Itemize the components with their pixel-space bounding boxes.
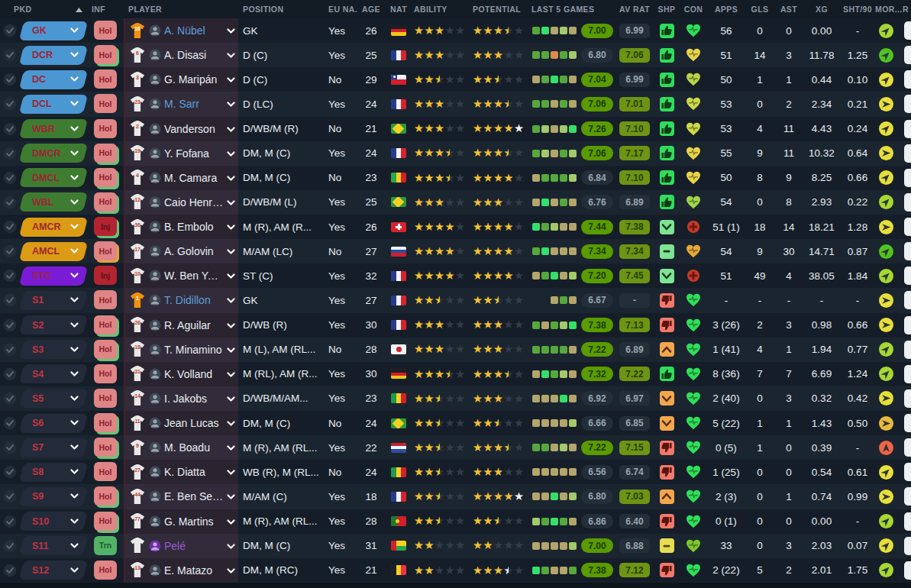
clipped-action-button[interactable] [904, 341, 911, 359]
check-icon[interactable] [3, 73, 17, 86]
player-name[interactable]: A. Disasi [164, 49, 224, 61]
clipped-action-button[interactable] [904, 120, 911, 138]
chevron-down-icon[interactable] [227, 176, 235, 182]
inf-badge[interactable]: Hol [94, 438, 118, 457]
header-average-rating[interactable]: AV RAT [615, 0, 654, 18]
clipped-action-button[interactable] [904, 95, 911, 113]
pkd-badge[interactable]: DC [21, 70, 86, 89]
player-name[interactable]: A. Nübel [164, 24, 224, 37]
check-icon[interactable] [3, 441, 17, 454]
player-dropdown-chevron[interactable] [227, 269, 235, 283]
pkd-badge[interactable]: S4 [21, 364, 86, 383]
check-icon[interactable] [3, 489, 17, 503]
check-icon[interactable] [3, 244, 17, 258]
inf-badge[interactable]: Hol [94, 290, 118, 310]
chevron-down-icon[interactable] [227, 470, 235, 476]
chevron-down-icon[interactable] [227, 445, 235, 451]
player-dropdown-chevron[interactable] [227, 515, 235, 528]
chevron-down-icon[interactable] [70, 199, 79, 205]
player-name[interactable]: K. Diatta [164, 466, 224, 478]
chevron-down-icon[interactable] [70, 150, 79, 157]
check-icon[interactable] [3, 367, 17, 381]
player-name[interactable]: R. Aguilar [164, 319, 224, 331]
check-icon[interactable] [3, 564, 17, 577]
player-name[interactable]: W. Ben Yedder [164, 270, 224, 282]
player-name[interactable]: Vanderson [164, 123, 224, 135]
header-xg[interactable]: XG [803, 0, 840, 18]
chevron-down-icon[interactable] [70, 101, 79, 107]
chevron-down-icon[interactable] [227, 77, 235, 83]
header-goals[interactable]: GLS [745, 0, 774, 18]
chevron-down-icon[interactable] [70, 322, 79, 328]
check-icon[interactable] [3, 269, 17, 283]
chevron-down-icon[interactable] [70, 396, 79, 402]
player-dropdown-chevron[interactable] [227, 441, 235, 454]
header-pkd[interactable]: PKD [0, 0, 89, 18]
inf-badge[interactable]: Hol [94, 94, 118, 114]
player-name[interactable]: M. Boadu [164, 441, 224, 454]
player-dropdown-chevron[interactable] [227, 48, 235, 62]
player-name[interactable]: Caio Henrique [164, 196, 224, 208]
inf-badge[interactable]: Hol [94, 389, 118, 409]
inf-badge[interactable]: Hol [94, 413, 118, 433]
header-inf[interactable]: INF [89, 0, 124, 18]
pkd-badge[interactable]: DMCR [21, 144, 86, 163]
player-dropdown-chevron[interactable] [227, 416, 235, 430]
header-condition[interactable]: CON [680, 0, 707, 18]
chevron-down-icon[interactable] [227, 372, 235, 378]
pkd-badge[interactable]: WBR [21, 119, 86, 138]
player-name[interactable]: M. Camara [164, 172, 224, 184]
header-nationality[interactable]: NAT [385, 0, 412, 18]
header-player[interactable]: PLAYER [125, 0, 238, 18]
header-eu-national[interactable]: EU NA... [324, 0, 357, 18]
clipped-action-button[interactable] [904, 267, 911, 285]
chevron-down-icon[interactable] [70, 519, 79, 525]
pkd-badge[interactable]: DMCL [21, 168, 86, 187]
player-dropdown-chevron[interactable] [227, 171, 235, 185]
check-icon[interactable] [3, 392, 17, 405]
player-dropdown-chevron[interactable] [227, 97, 235, 111]
header-next-column[interactable]: R [903, 0, 911, 18]
check-icon[interactable] [3, 122, 17, 136]
clipped-action-button[interactable] [904, 487, 911, 506]
header-assists[interactable]: AST [774, 0, 803, 18]
clipped-action-button[interactable] [904, 70, 911, 89]
chevron-down-icon[interactable] [70, 175, 79, 181]
chevron-down-icon[interactable] [70, 27, 79, 34]
player-name[interactable]: T. Didillon [164, 294, 224, 306]
player-dropdown-chevron[interactable] [227, 122, 235, 136]
check-icon[interactable] [3, 24, 17, 37]
clipped-action-button[interactable] [904, 414, 911, 432]
player-name[interactable]: Y. Fofana [164, 147, 224, 160]
player-dropdown-chevron[interactable] [227, 489, 235, 503]
player-name[interactable]: Jean Lucas [164, 417, 224, 429]
inf-badge[interactable]: Hol [94, 21, 118, 40]
pkd-badge[interactable]: S5 [21, 389, 86, 408]
pkd-badge[interactable]: S2 [21, 315, 86, 334]
chevron-down-icon[interactable] [227, 249, 235, 255]
chevron-down-icon[interactable] [227, 273, 235, 279]
chevron-down-icon[interactable] [70, 76, 79, 82]
inf-badge[interactable]: Hol [94, 192, 118, 212]
clipped-action-button[interactable] [904, 438, 911, 457]
check-icon[interactable] [3, 220, 17, 234]
inf-badge[interactable]: Inj [94, 266, 118, 286]
player-name[interactable]: E. Ben Seghir [164, 490, 224, 502]
check-icon[interactable] [3, 515, 17, 528]
player-name[interactable]: G. Martins [164, 515, 224, 528]
pkd-badge[interactable]: AMCL [21, 242, 86, 261]
clipped-action-button[interactable] [904, 218, 911, 236]
clipped-action-button[interactable] [904, 561, 911, 580]
clipped-action-button[interactable] [904, 46, 911, 64]
chevron-down-icon[interactable] [70, 126, 79, 132]
inf-badge[interactable]: Hol [94, 144, 118, 163]
inf-badge[interactable]: Hol [94, 119, 118, 139]
player-name[interactable]: E. Matazo [164, 564, 224, 577]
player-name[interactable]: M. Sarr [164, 98, 224, 110]
player-name[interactable]: G. Maripán [164, 73, 224, 86]
inf-badge[interactable]: Hol [94, 241, 118, 261]
player-dropdown-chevron[interactable] [227, 539, 235, 553]
chevron-down-icon[interactable] [70, 444, 79, 451]
chevron-down-icon[interactable] [70, 469, 79, 475]
check-icon[interactable] [3, 97, 17, 111]
